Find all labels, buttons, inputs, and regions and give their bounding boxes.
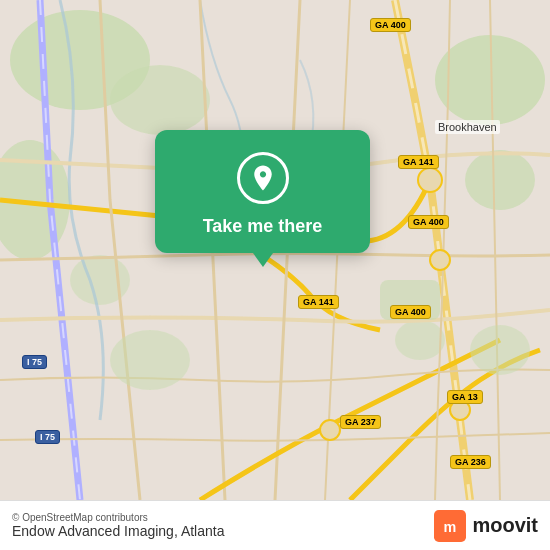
moovit-text: moovit — [472, 514, 538, 537]
location-pin-icon — [248, 163, 278, 193]
road-badge-ga13: GA 13 — [447, 390, 483, 404]
map-container: GA 400 GA 141 GA 400 GA 141 I 75 I 75 GA… — [0, 0, 550, 500]
svg-point-14 — [110, 330, 190, 390]
svg-point-13 — [470, 325, 530, 375]
road-badge-ga236: GA 236 — [450, 455, 491, 469]
osm-credit: © OpenStreetMap contributors — [12, 512, 224, 523]
bottom-bar: © OpenStreetMap contributors Endow Advan… — [0, 500, 550, 550]
road-badge-i75: I 75 — [22, 355, 47, 369]
svg-point-8 — [418, 168, 442, 192]
moovit-logo: m moovit — [434, 510, 538, 542]
svg-point-10 — [320, 420, 340, 440]
road-badge-ga141-lower: GA 141 — [298, 295, 339, 309]
place-label-brookhaven: Brookhaven — [435, 120, 500, 134]
svg-point-4 — [465, 150, 535, 210]
road-badge-ga141-upper: GA 141 — [398, 155, 439, 169]
take-me-there-card[interactable]: Take me there — [155, 130, 370, 253]
bottom-left: © OpenStreetMap contributors Endow Advan… — [12, 512, 224, 539]
place-name: Endow Advanced Imaging, Atlanta — [12, 523, 224, 539]
action-label: Take me there — [203, 216, 323, 237]
road-badge-ga400-mid: GA 400 — [408, 215, 449, 229]
road-badge-ga400-north: GA 400 — [370, 18, 411, 32]
svg-point-7 — [395, 320, 445, 360]
svg-point-5 — [110, 65, 210, 135]
svg-point-9 — [430, 250, 450, 270]
road-badge-ga400-se: GA 400 — [390, 305, 431, 319]
road-badge-ga237: GA 237 — [340, 415, 381, 429]
location-icon-circle — [237, 152, 289, 204]
svg-text:m: m — [444, 518, 457, 534]
moovit-bus-icon: m — [434, 510, 466, 542]
road-badge-i75-lower: I 75 — [35, 430, 60, 444]
